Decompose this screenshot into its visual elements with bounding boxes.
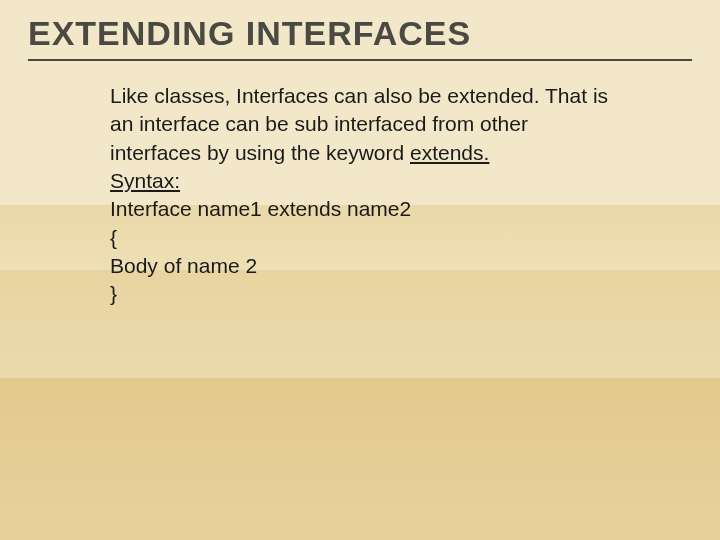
body-syntax-open-brace: { [110,224,610,252]
body-syntax-line-1: Interface name1 extends name2 [110,195,610,223]
slide-body: Like classes, Interfaces can also be ext… [110,82,610,309]
keyword-extends: extends. [410,141,489,164]
slide-title: EXTENDING INTERFACES [28,14,692,61]
slide: EXTENDING INTERFACES Like classes, Inter… [0,0,720,540]
body-syntax-body: Body of name 2 [110,252,610,280]
syntax-label-text: Syntax: [110,169,180,192]
body-syntax-close-brace: } [110,280,610,308]
body-syntax-label: Syntax: [110,167,610,195]
body-paragraph-1: Like classes, Interfaces can also be ext… [110,82,610,167]
body-text-intro: Like classes, Interfaces can also be ext… [110,84,608,164]
